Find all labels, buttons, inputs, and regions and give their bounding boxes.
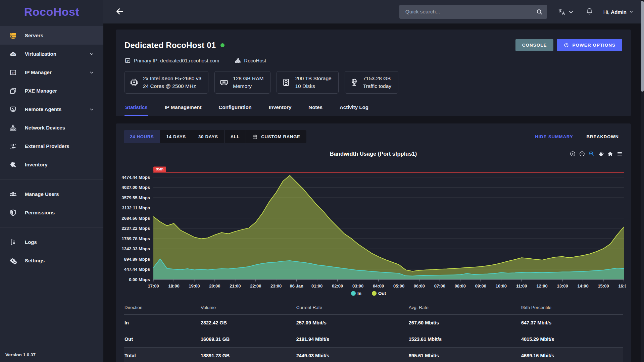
svg-text:2237.22 Mbps: 2237.22 Mbps xyxy=(121,226,150,231)
table-header-avg-rate: Avg. Rate xyxy=(409,305,521,310)
tab-statistics[interactable]: Statistics xyxy=(125,101,148,116)
notifications-button[interactable] xyxy=(585,7,594,17)
svg-text:23:00: 23:00 xyxy=(270,283,282,289)
tab-notes[interactable]: Notes xyxy=(308,101,323,116)
chevron-down-icon xyxy=(89,106,95,112)
settings-icon xyxy=(9,257,17,264)
language-switcher[interactable] xyxy=(558,8,575,16)
breakdown-link[interactable]: BREAKDOWN xyxy=(587,134,619,139)
sidebar-item-label: Logs xyxy=(25,239,37,245)
svg-text:3132.11 Mbps: 3132.11 Mbps xyxy=(122,205,150,210)
sidebar-item-permissions[interactable]: Permissions xyxy=(0,203,103,222)
provider: RocoHost xyxy=(235,57,266,64)
calendar-icon xyxy=(252,134,258,140)
sidebar-item-external-providers[interactable]: External Providers xyxy=(0,137,103,155)
table-cell: 4689.16 Mbit/s xyxy=(521,353,622,358)
chevron-down-icon xyxy=(89,69,95,75)
primary-ip-label: Primary IP: dedicated01.rocohost.com xyxy=(134,58,219,63)
search-box[interactable] xyxy=(399,5,547,19)
time-range-group: 24 HOURS14 DAYS30 DAYSALLCUSTOM RANGE xyxy=(124,130,306,143)
console-button[interactable]: CONSOLE xyxy=(515,39,554,51)
scrollbar-thumb[interactable] xyxy=(641,1,644,92)
page-scrollbar[interactable] xyxy=(641,0,644,362)
svg-text:14:00: 14:00 xyxy=(577,283,588,289)
chart-controls-row: 24 HOURS14 DAYS30 DAYSALLCUSTOM RANGE HI… xyxy=(120,130,626,143)
bandwidth-chart[interactable]: 4474.44 Mbps4027.00 Mbps3579.55 Mbps3132… xyxy=(120,160,626,300)
svg-text:18:00: 18:00 xyxy=(168,283,179,289)
svg-text:2684.66 Mbps: 2684.66 Mbps xyxy=(121,215,150,220)
tab-configuration[interactable]: Configuration xyxy=(218,101,252,116)
power-icon xyxy=(563,42,569,48)
status-online-dot xyxy=(220,43,225,47)
sidebar-item-label: PXE Manager xyxy=(25,88,57,94)
sidebar-nav: Servers</>VirtualizationIPIP ManagerPXE … xyxy=(0,23,103,270)
search-input[interactable] xyxy=(405,8,536,15)
table-header-direction: Direction xyxy=(125,305,201,310)
zoom-in-icon[interactable] xyxy=(569,151,576,157)
svg-text:19:00: 19:00 xyxy=(189,283,200,289)
translate-icon xyxy=(558,8,565,16)
sidebar-item-pxe-manager[interactable]: PXE Manager xyxy=(0,82,103,100)
sidebar-item-virtualization[interactable]: </>Virtualization xyxy=(0,45,103,63)
sidebar-item-logs[interactable]: Logs xyxy=(0,233,103,251)
sidebar-item-inventory[interactable]: Inventory xyxy=(0,155,103,174)
svg-text:3579.55 Mbps: 3579.55 Mbps xyxy=(121,195,150,200)
pan-icon[interactable] xyxy=(598,151,604,157)
arrow-left-icon xyxy=(115,7,124,16)
svg-text:1342.33 Mbps: 1342.33 Mbps xyxy=(121,246,150,251)
sidebar-item-remote-agents[interactable]: Remote Agents xyxy=(0,100,103,118)
inventory-icon xyxy=(9,161,17,168)
table-header-95th-percentile: 95th Percentile xyxy=(521,305,622,310)
svg-text:894.89 Mbps: 894.89 Mbps xyxy=(124,256,150,261)
table-cell: 2449.03 Mbit/s xyxy=(296,353,409,358)
menu-icon[interactable] xyxy=(616,151,623,157)
virtualization-icon: </> xyxy=(9,50,17,58)
selection-zoom-icon[interactable] xyxy=(588,151,595,157)
chevron-down-icon xyxy=(89,51,95,57)
tab-ip-management[interactable]: IP Management xyxy=(164,101,202,116)
sidebar-item-label: Servers xyxy=(25,33,43,38)
table-row-out: Out16069.31 GB2191.94 Mbit/s1523.61 Mbit… xyxy=(124,331,623,347)
svg-text:Out: Out xyxy=(378,291,386,296)
spec-card-text: 200 TB Storage10 Disks xyxy=(295,74,331,90)
tab-inventory[interactable]: Inventory xyxy=(268,101,292,116)
range-24-hours[interactable]: 24 HOURS xyxy=(124,130,160,143)
range-all[interactable]: ALL xyxy=(225,130,246,143)
summary-links: HIDE SUMMARY BREAKDOWN xyxy=(535,134,623,139)
spec-card-traffic-today: 7153.28 GBTraffic today xyxy=(345,71,398,94)
svg-text:10:00: 10:00 xyxy=(496,283,507,289)
sidebar-item-manage-users[interactable]: Manage Users xyxy=(0,185,103,203)
svg-text:07:00: 07:00 xyxy=(434,283,445,289)
sidebar-item-ip-manager[interactable]: IPIP Manager xyxy=(0,63,103,82)
sidebar-item-label: External Providers xyxy=(25,143,69,149)
svg-text:04:00: 04:00 xyxy=(373,283,384,289)
back-button[interactable] xyxy=(114,6,126,18)
sidebar-divider xyxy=(0,179,103,179)
user-greeting: Hi, Admin xyxy=(603,9,627,15)
range-14-days[interactable]: 14 DAYS xyxy=(160,130,192,143)
hide-summary-link[interactable]: HIDE SUMMARY xyxy=(535,134,573,139)
traffic-summary-table: DirectionVolumeCurrent RateAvg. Rate95th… xyxy=(120,301,626,362)
sidebar-item-settings[interactable]: Settings xyxy=(0,251,103,270)
logs-icon xyxy=(9,239,17,246)
user-menu[interactable]: Hi, Admin xyxy=(603,9,634,15)
search-icon[interactable] xyxy=(536,8,543,15)
power-options-button[interactable]: POWER OPTIONS xyxy=(557,39,622,51)
sidebar-item-network-devices[interactable]: Network Devices xyxy=(0,118,103,137)
spec-card-memory: 128 GB RAMMemory xyxy=(214,71,270,94)
tab-activity-log[interactable]: Activity Log xyxy=(339,101,369,116)
sidebar-item-label: Network Devices xyxy=(25,125,65,131)
svg-text:22:00: 22:00 xyxy=(250,283,261,289)
table-row-in: In2822.42 GB257.09 Mbit/s267.60 Mbit/s64… xyxy=(124,314,623,331)
table-header-volume: Volume xyxy=(201,305,296,310)
table-cell: Total xyxy=(125,353,201,358)
svg-text:21:00: 21:00 xyxy=(230,283,241,289)
range-30-days[interactable]: 30 DAYS xyxy=(192,130,225,143)
range-custom-range[interactable]: CUSTOM RANGE xyxy=(246,130,306,143)
home-icon[interactable] xyxy=(607,151,613,157)
zoom-out-icon[interactable] xyxy=(579,151,585,157)
sidebar-item-servers[interactable]: Servers xyxy=(0,26,103,45)
chart-header: Bandwidth Usage (Port sfpplus1) xyxy=(120,151,626,159)
sidebar-item-label: Permissions xyxy=(25,210,55,215)
network-devices-icon xyxy=(9,124,17,132)
